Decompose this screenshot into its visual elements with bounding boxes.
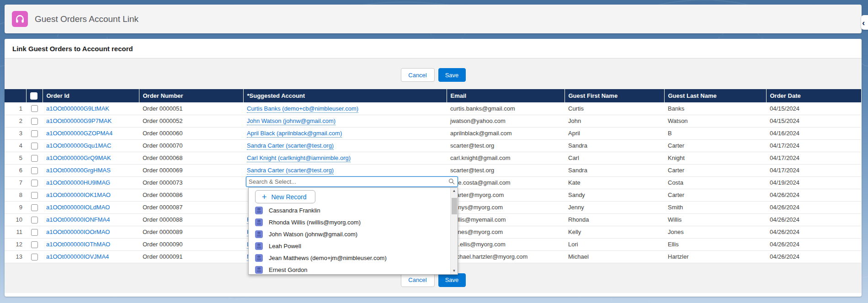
email-cell: scarter@test.org: [447, 139, 564, 152]
suggested-account-link[interactable]: Curtis Banks (demo+cb@nimbleuser.com): [247, 105, 358, 113]
lookup-option[interactable]: Leah Powell: [249, 240, 450, 252]
guest-first-name-cell: Kelly: [564, 226, 664, 238]
account-avatar-icon: [255, 254, 263, 262]
order-id-link[interactable]: a1OOt000000HU9lMAG: [46, 179, 110, 186]
order-number-cell: Order 0000068: [139, 152, 243, 164]
select-all-checkbox[interactable]: [30, 92, 37, 100]
lookup-panel-body: + New Record Cassandra FranklinRhonda Wi…: [249, 188, 450, 274]
new-record-button[interactable]: + New Record: [255, 190, 315, 203]
row-checkbox[interactable]: [31, 143, 38, 149]
order-id-link[interactable]: a1OOt000000IOOrMAO: [46, 229, 110, 235]
row-checkbox[interactable]: [31, 229, 38, 236]
guest-first-name-cell: Kate: [564, 176, 664, 189]
order-date-cell: 04/26/2024: [766, 201, 861, 213]
suggested-account-link[interactable]: John Watson (johnw@gmail.com): [247, 117, 335, 125]
order-id-cell: a1OOt000000IOOrMAO: [43, 226, 139, 238]
order-id-link[interactable]: a1OOt000000IOThMAO: [46, 241, 110, 248]
scroll-down-icon[interactable]: ▼: [453, 268, 456, 274]
lookup-option-label: Leah Powell: [269, 243, 301, 250]
scroll-up-icon[interactable]: ▲: [453, 188, 456, 194]
order-number-cell: Order 0000073: [139, 176, 243, 189]
suggested-account-cell: John Watson (johnw@gmail.com): [243, 115, 447, 127]
order-id-link[interactable]: a1OOt000000GZOPMA4: [46, 130, 112, 137]
row-checkbox[interactable]: [31, 254, 38, 260]
row-checkbox[interactable]: [31, 192, 38, 199]
row-checkbox[interactable]: [31, 241, 38, 248]
suggested-account-link[interactable]: Carl Knight (carlknight@iamnimble.org): [247, 154, 351, 162]
row-checkbox-cell: [26, 201, 43, 213]
column-header-select-all: [26, 89, 43, 102]
row-checkbox[interactable]: [31, 204, 38, 211]
save-button-top[interactable]: Save: [438, 68, 466, 82]
guest-first-name-cell: Sandra: [564, 139, 664, 152]
email-cell: rwillis@myemail.com: [447, 213, 564, 226]
row-checkbox[interactable]: [31, 167, 38, 174]
guest-first-name-cell: April: [564, 127, 664, 139]
email-cell: michael.hartzler@myorg.com: [447, 250, 564, 263]
order-id-link[interactable]: a1OOt000000GrQ9MAK: [46, 154, 111, 161]
guest-last-name-cell: Ellis: [664, 238, 766, 250]
lookup-option[interactable]: Rhonda Willis (rwillis@myorg.com): [249, 216, 450, 228]
row-checkbox-cell: [26, 213, 43, 226]
row-checkbox-cell: [26, 189, 43, 201]
order-number-cell: Order 0000070: [139, 139, 243, 152]
row-checkbox[interactable]: [31, 118, 38, 125]
order-table-header: Order Id Order Number *Suggested Account…: [5, 89, 861, 102]
order-date-cell: 04/26/2024: [766, 226, 861, 238]
order-id-link[interactable]: a1OOt000000IOVJMA4: [46, 253, 109, 260]
lookup-option[interactable]: Ernest Gordon: [249, 264, 450, 274]
order-date-cell: 04/17/2024: [766, 164, 861, 176]
row-checkbox[interactable]: [31, 155, 38, 162]
order-id-link[interactable]: a1OOt000000IOK1MAO: [46, 191, 111, 198]
collapse-panel-button[interactable]: ‹: [861, 15, 868, 30]
order-id-link[interactable]: a1OOt000000IOLdMAO: [46, 204, 110, 211]
row-checkbox[interactable]: [31, 105, 38, 112]
guest-first-name-cell: Curtis: [564, 102, 664, 115]
row-checkbox[interactable]: [31, 180, 38, 186]
order-number-cell: Order 0000086: [139, 189, 243, 201]
order-date-cell: 04/26/2024: [766, 250, 861, 263]
order-id-cell: a1OOt000000GrQ9MAK: [43, 152, 139, 164]
page-background: { "colors": { "accent": "#0176d3", "navy…: [0, 0, 868, 303]
suggested-account-cell: Carl Knight (carlknight@iamnimble.org): [243, 152, 447, 164]
suggested-account-link[interactable]: Sandra Carter (scarter@test.org): [247, 142, 334, 150]
row-checkbox[interactable]: [31, 217, 38, 223]
order-id-link[interactable]: a1OOt000000Gqu1MAC: [46, 142, 111, 149]
row-checkbox-cell: [26, 164, 43, 176]
lookup-search-input[interactable]: [246, 176, 458, 187]
lookup-option-label: John Watson (johnw@gmail.com): [269, 231, 357, 238]
guest-first-name-cell: John: [564, 115, 664, 127]
guest-last-name-cell: Banks: [664, 102, 766, 115]
lookup-options: Cassandra FranklinRhonda Willis (rwillis…: [249, 204, 450, 274]
order-id-cell: a1OOt000000IOLdMAO: [43, 201, 139, 213]
suggested-account-link[interactable]: April Black (aprilnblack@gmail.com): [247, 130, 342, 138]
guest-first-name-cell: Sandy: [564, 189, 664, 201]
column-header-order-date: Order Date: [766, 89, 861, 102]
lookup-option[interactable]: Jean Matthews (demo+jm@nimbleuser.com): [249, 252, 450, 264]
cancel-button-bottom[interactable]: Cancel: [401, 273, 435, 287]
column-header-suggested-account: *Suggested Account: [243, 89, 447, 102]
order-id-link[interactable]: a1OOt000000GrgHMAS: [46, 167, 111, 174]
order-number-cell: Order 0000089: [139, 226, 243, 238]
lookup-option[interactable]: John Watson (johnw@gmail.com): [249, 228, 450, 240]
guest-first-name-cell: Lori: [564, 238, 664, 250]
email-cell: kate.costa@gmail.com: [447, 176, 564, 189]
row-checkbox[interactable]: [31, 130, 38, 137]
order-number-cell: Order 0000069: [139, 164, 243, 176]
order-id-link[interactable]: a1OOt000000G9LtMAK: [46, 105, 109, 112]
lookup-option-label: Rhonda Willis (rwillis@myorg.com): [269, 219, 361, 226]
suggested-account-link[interactable]: Sandra Carter (scarter@test.org): [247, 167, 334, 175]
account-avatar-icon: [255, 242, 263, 250]
row-number: 11: [5, 226, 26, 238]
order-id-cell: a1OOt000000IONFMA4: [43, 213, 139, 226]
lookup-option[interactable]: Cassandra Franklin: [249, 204, 450, 216]
plus-icon: +: [262, 193, 267, 201]
lookup-scrollbar[interactable]: ▲ ▼: [450, 188, 458, 274]
save-button-bottom[interactable]: Save: [438, 273, 466, 287]
order-id-link[interactable]: a1OOt000000IONFMA4: [46, 216, 110, 223]
row-number: 3: [5, 127, 26, 139]
scrollbar-thumb[interactable]: [452, 198, 457, 214]
column-header-guest-first-name: Guest First Name: [564, 89, 664, 102]
cancel-button-top[interactable]: Cancel: [401, 68, 435, 82]
order-id-link[interactable]: a1OOt000000G9P7MAK: [46, 117, 112, 124]
